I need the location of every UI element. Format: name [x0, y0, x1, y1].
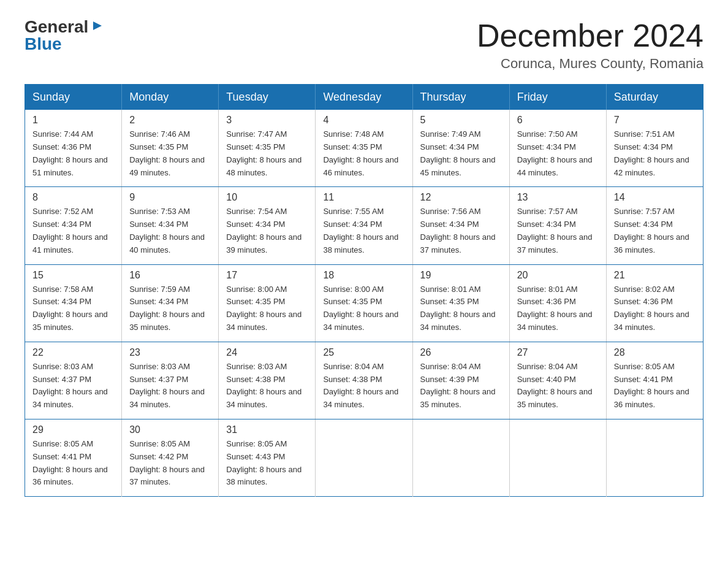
calendar-subtitle: Corunca, Mures County, Romania — [477, 56, 703, 72]
calendar-week-row: 22 Sunrise: 8:03 AMSunset: 4:37 PMDaylig… — [25, 342, 703, 419]
calendar-cell: 23 Sunrise: 8:03 AMSunset: 4:37 PMDaylig… — [122, 342, 219, 419]
day-info: Sunrise: 7:53 AMSunset: 4:34 PMDaylight:… — [129, 207, 205, 254]
day-number: 17 — [226, 270, 308, 281]
day-number: 20 — [517, 270, 599, 281]
day-info: Sunrise: 7:51 AMSunset: 4:34 PMDaylight:… — [614, 129, 689, 177]
day-info: Sunrise: 8:03 AMSunset: 4:38 PMDaylight:… — [226, 362, 301, 409]
logo-blue-text: Blue — [25, 36, 62, 53]
calendar-cell: 30 Sunrise: 8:05 AMSunset: 4:42 PMDaylig… — [122, 419, 219, 496]
calendar-cell: 14 Sunrise: 7:57 AMSunset: 4:34 PMDaylig… — [606, 187, 703, 264]
logo-general-text: General — [25, 18, 88, 36]
day-info: Sunrise: 8:04 AMSunset: 4:40 PMDaylight:… — [517, 362, 593, 409]
day-info: Sunrise: 7:48 AMSunset: 4:35 PMDaylight:… — [323, 129, 398, 177]
calendar-cell: 17 Sunrise: 8:00 AMSunset: 4:35 PMDaylig… — [219, 264, 316, 342]
day-info: Sunrise: 7:57 AMSunset: 4:34 PMDaylight:… — [517, 207, 593, 254]
calendar-cell: 11 Sunrise: 7:55 AMSunset: 4:34 PMDaylig… — [316, 187, 412, 264]
day-number: 28 — [614, 347, 696, 358]
logo-arrow-icon — [91, 19, 104, 33]
calendar-cell: 26 Sunrise: 8:04 AMSunset: 4:39 PMDaylig… — [412, 342, 509, 419]
day-number: 8 — [32, 192, 114, 203]
day-info: Sunrise: 8:05 AMSunset: 4:41 PMDaylight:… — [614, 362, 689, 409]
calendar-cell: 12 Sunrise: 7:56 AMSunset: 4:34 PMDaylig… — [412, 187, 509, 264]
day-info: Sunrise: 7:50 AMSunset: 4:34 PMDaylight:… — [517, 129, 593, 177]
calendar-cell — [509, 419, 606, 496]
calendar-cell: 27 Sunrise: 8:04 AMSunset: 4:40 PMDaylig… — [509, 342, 606, 419]
day-number: 13 — [517, 192, 599, 203]
calendar-cell: 31 Sunrise: 8:05 AMSunset: 4:43 PMDaylig… — [219, 419, 316, 496]
day-number: 21 — [614, 270, 696, 281]
header-tuesday: Tuesday — [219, 85, 316, 110]
calendar-cell — [316, 419, 412, 496]
calendar-cell: 4 Sunrise: 7:48 AMSunset: 4:35 PMDayligh… — [316, 110, 412, 187]
day-info: Sunrise: 7:52 AMSunset: 4:34 PMDaylight:… — [32, 207, 108, 254]
day-info: Sunrise: 7:55 AMSunset: 4:34 PMDaylight:… — [323, 207, 398, 254]
day-number: 27 — [517, 347, 599, 358]
calendar-title: December 2024 — [477, 18, 703, 53]
day-info: Sunrise: 7:49 AMSunset: 4:34 PMDaylight:… — [420, 129, 496, 177]
day-info: Sunrise: 7:54 AMSunset: 4:34 PMDaylight:… — [226, 207, 301, 254]
day-number: 4 — [323, 115, 404, 126]
calendar-cell: 1 Sunrise: 7:44 AMSunset: 4:36 PMDayligh… — [25, 110, 122, 187]
day-info: Sunrise: 8:03 AMSunset: 4:37 PMDaylight:… — [32, 362, 108, 409]
calendar-cell: 29 Sunrise: 8:05 AMSunset: 4:41 PMDaylig… — [25, 419, 122, 496]
header-wednesday: Wednesday — [316, 85, 412, 110]
day-info: Sunrise: 8:05 AMSunset: 4:42 PMDaylight:… — [129, 439, 205, 486]
day-number: 12 — [420, 192, 502, 203]
calendar-header-row: SundayMondayTuesdayWednesdayThursdayFrid… — [25, 85, 703, 110]
day-number: 29 — [32, 424, 114, 435]
day-number: 1 — [32, 115, 114, 126]
calendar-cell — [606, 419, 703, 496]
day-info: Sunrise: 8:01 AMSunset: 4:35 PMDaylight:… — [420, 285, 496, 332]
day-number: 5 — [420, 115, 502, 126]
svg-marker-0 — [93, 21, 102, 30]
day-number: 10 — [226, 192, 308, 203]
day-info: Sunrise: 7:59 AMSunset: 4:34 PMDaylight:… — [129, 285, 205, 332]
day-info: Sunrise: 8:04 AMSunset: 4:39 PMDaylight:… — [420, 362, 496, 409]
calendar-cell: 7 Sunrise: 7:51 AMSunset: 4:34 PMDayligh… — [606, 110, 703, 187]
page-header: General Blue December 2024 Corunca, Mure… — [25, 18, 703, 72]
logo: General Blue — [25, 18, 104, 53]
day-number: 31 — [226, 424, 308, 435]
day-info: Sunrise: 7:46 AMSunset: 4:35 PMDaylight:… — [129, 129, 205, 177]
day-number: 26 — [420, 347, 502, 358]
calendar-cell: 20 Sunrise: 8:01 AMSunset: 4:36 PMDaylig… — [509, 264, 606, 342]
header-monday: Monday — [122, 85, 219, 110]
calendar-cell: 19 Sunrise: 8:01 AMSunset: 4:35 PMDaylig… — [412, 264, 509, 342]
day-info: Sunrise: 8:04 AMSunset: 4:38 PMDaylight:… — [323, 362, 398, 409]
calendar-cell: 25 Sunrise: 8:04 AMSunset: 4:38 PMDaylig… — [316, 342, 412, 419]
day-number: 18 — [323, 270, 404, 281]
day-number: 6 — [517, 115, 599, 126]
calendar-table: SundayMondayTuesdayWednesdayThursdayFrid… — [25, 84, 703, 497]
day-info: Sunrise: 8:01 AMSunset: 4:36 PMDaylight:… — [517, 285, 593, 332]
calendar-cell: 16 Sunrise: 7:59 AMSunset: 4:34 PMDaylig… — [122, 264, 219, 342]
header-thursday: Thursday — [412, 85, 509, 110]
day-number: 19 — [420, 270, 502, 281]
day-number: 16 — [129, 270, 211, 281]
day-number: 9 — [129, 192, 211, 203]
day-number: 15 — [32, 270, 114, 281]
day-number: 11 — [323, 192, 404, 203]
calendar-cell: 21 Sunrise: 8:02 AMSunset: 4:36 PMDaylig… — [606, 264, 703, 342]
calendar-cell: 22 Sunrise: 8:03 AMSunset: 4:37 PMDaylig… — [25, 342, 122, 419]
calendar-cell: 24 Sunrise: 8:03 AMSunset: 4:38 PMDaylig… — [219, 342, 316, 419]
day-number: 14 — [614, 192, 696, 203]
calendar-cell: 9 Sunrise: 7:53 AMSunset: 4:34 PMDayligh… — [122, 187, 219, 264]
calendar-cell: 5 Sunrise: 7:49 AMSunset: 4:34 PMDayligh… — [412, 110, 509, 187]
day-info: Sunrise: 8:05 AMSunset: 4:41 PMDaylight:… — [32, 439, 108, 486]
day-number: 22 — [32, 347, 114, 358]
calendar-week-row: 29 Sunrise: 8:05 AMSunset: 4:41 PMDaylig… — [25, 419, 703, 496]
calendar-cell: 6 Sunrise: 7:50 AMSunset: 4:34 PMDayligh… — [509, 110, 606, 187]
day-number: 7 — [614, 115, 696, 126]
day-number: 23 — [129, 347, 211, 358]
title-section: December 2024 Corunca, Mures County, Rom… — [477, 18, 703, 72]
calendar-week-row: 1 Sunrise: 7:44 AMSunset: 4:36 PMDayligh… — [25, 110, 703, 187]
day-info: Sunrise: 7:57 AMSunset: 4:34 PMDaylight:… — [614, 207, 689, 254]
day-number: 3 — [226, 115, 308, 126]
calendar-week-row: 8 Sunrise: 7:52 AMSunset: 4:34 PMDayligh… — [25, 187, 703, 264]
calendar-cell: 8 Sunrise: 7:52 AMSunset: 4:34 PMDayligh… — [25, 187, 122, 264]
calendar-cell: 15 Sunrise: 7:58 AMSunset: 4:34 PMDaylig… — [25, 264, 122, 342]
day-info: Sunrise: 8:03 AMSunset: 4:37 PMDaylight:… — [129, 362, 205, 409]
header-sunday: Sunday — [25, 85, 122, 110]
calendar-week-row: 15 Sunrise: 7:58 AMSunset: 4:34 PMDaylig… — [25, 264, 703, 342]
day-info: Sunrise: 7:56 AMSunset: 4:34 PMDaylight:… — [420, 207, 496, 254]
